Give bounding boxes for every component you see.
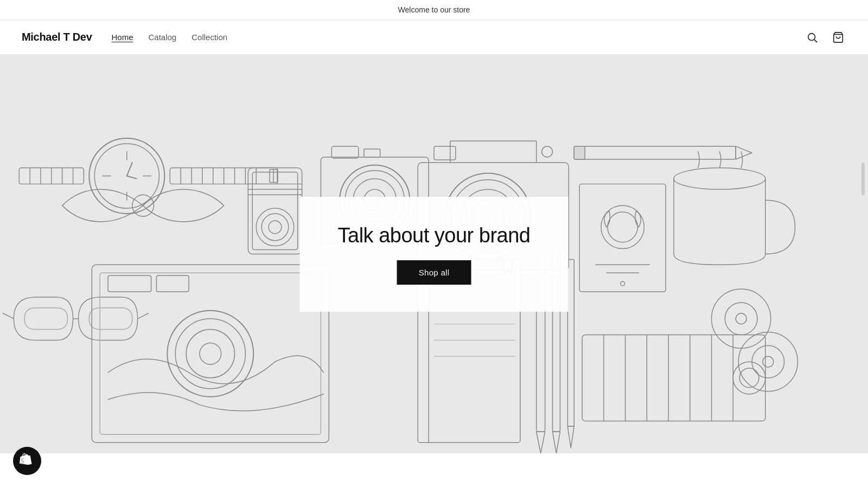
svg-rect-42 <box>331 146 359 158</box>
svg-rect-55 <box>579 184 666 292</box>
hero-section: Talk about your brand Shop all <box>0 55 868 453</box>
svg-point-84 <box>763 356 774 367</box>
svg-line-64 <box>138 313 149 319</box>
header: Michael T Dev Home Catalog Collection <box>0 20 868 55</box>
announcement-text: Welcome to our store <box>398 5 470 14</box>
nav-link-home[interactable]: Home <box>111 33 133 42</box>
header-right <box>804 29 846 46</box>
svg-rect-72 <box>156 275 189 292</box>
svg-point-0 <box>808 33 815 40</box>
hero-card: Talk about your brand Shop all <box>300 197 569 312</box>
svg-point-70 <box>200 343 221 364</box>
svg-point-81 <box>736 313 746 324</box>
search-button[interactable] <box>804 29 820 46</box>
shopify-badge[interactable] <box>13 447 41 475</box>
svg-rect-54 <box>574 146 585 159</box>
svg-point-61 <box>674 168 765 190</box>
nav-link-catalog[interactable]: Catalog <box>149 33 177 42</box>
nav-item-catalog[interactable]: Catalog <box>149 33 177 42</box>
brand-name: Michael T Dev <box>22 31 92 43</box>
nav-item-collection[interactable]: Collection <box>192 33 227 42</box>
svg-marker-74 <box>537 432 545 453</box>
svg-point-80 <box>725 303 757 335</box>
nav-item-home[interactable]: Home <box>111 33 133 42</box>
scroll-indicator <box>861 163 865 195</box>
shopify-icon <box>20 453 35 468</box>
svg-point-69 <box>186 330 234 378</box>
svg-point-36 <box>269 221 282 234</box>
svg-rect-77 <box>567 259 574 426</box>
announcement-bar: Welcome to our store <box>0 0 868 20</box>
svg-point-60 <box>621 281 625 286</box>
svg-point-67 <box>167 311 253 397</box>
svg-rect-71 <box>108 275 151 292</box>
search-icon <box>806 31 818 43</box>
svg-marker-76 <box>553 432 560 453</box>
svg-line-16 <box>127 176 137 178</box>
svg-point-79 <box>712 289 771 348</box>
header-left: Michael T Dev Home Catalog Collection <box>22 31 227 43</box>
svg-point-93 <box>733 362 765 394</box>
svg-line-63 <box>3 313 14 319</box>
svg-line-15 <box>127 163 132 176</box>
shop-all-button[interactable]: Shop all <box>397 260 471 285</box>
cart-button[interactable] <box>830 29 846 46</box>
main-nav: Home Catalog Collection <box>111 33 227 42</box>
svg-rect-51 <box>434 146 456 160</box>
svg-point-57 <box>608 212 638 242</box>
hero-title: Talk about your brand <box>338 224 531 247</box>
svg-rect-66 <box>100 273 321 434</box>
svg-line-1 <box>814 40 817 42</box>
svg-rect-52 <box>574 146 736 159</box>
svg-point-35 <box>261 214 289 241</box>
svg-marker-78 <box>567 426 574 448</box>
svg-marker-53 <box>736 146 752 159</box>
cart-icon <box>832 31 844 43</box>
svg-point-83 <box>752 345 784 378</box>
nav-link-collection[interactable]: Collection <box>192 33 227 42</box>
svg-rect-43 <box>364 149 380 157</box>
svg-point-50 <box>542 146 553 157</box>
